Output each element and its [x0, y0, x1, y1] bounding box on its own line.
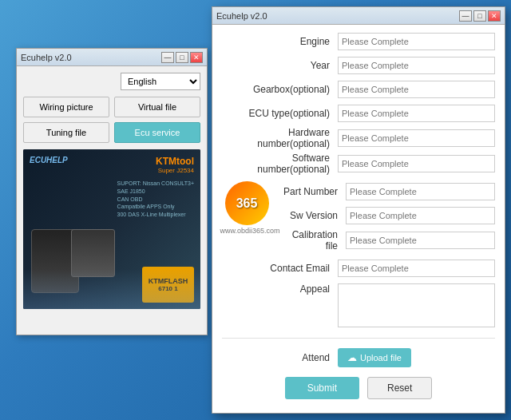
- logo-badge: 365: [225, 181, 269, 225]
- right-fields: Part Number Sw Version Calibration file: [278, 181, 495, 252]
- appeal-textarea[interactable]: [338, 283, 495, 327]
- ecu-type-input[interactable]: [338, 105, 495, 122]
- part-number-label: Part Number: [278, 186, 346, 197]
- main-window-controls: — □ ✕: [459, 10, 501, 22]
- logo-text: 365: [236, 196, 258, 211]
- software-number-input[interactable]: [338, 155, 495, 172]
- form-divider: [222, 338, 495, 339]
- calibration-file-input[interactable]: [346, 232, 495, 249]
- logo-url: www.obdii365.com: [220, 227, 279, 235]
- year-input[interactable]: [338, 57, 495, 74]
- logo-part-number-row: 365 www.obdii365.com Part Number Sw Vers…: [222, 181, 495, 252]
- small-window-controls: — □ ✕: [161, 52, 203, 63]
- image-background: ECUHELP KTMtool Super J2534 SUPORT: Niss…: [23, 149, 200, 309]
- small-window-title: Ecuhelp v2.0: [21, 53, 72, 62]
- main-titlebar: Ecuhelp v2.0 — □ ✕: [212, 7, 505, 25]
- small-titlebar: Ecuhelp v2.0 — □ ✕: [17, 49, 207, 66]
- tuning-file-button[interactable]: Tuning file: [23, 122, 109, 143]
- small-close-btn[interactable]: ✕: [190, 52, 203, 63]
- gearbox-input[interactable]: [338, 81, 495, 98]
- sw-version-label: Sw Version: [278, 210, 346, 221]
- language-select[interactable]: English Chinese: [121, 73, 200, 90]
- main-close-btn[interactable]: ✕: [488, 10, 501, 22]
- info-text: SUPORT: Nissan CONSULT3+ SAE J1850 CAN O…: [117, 180, 194, 219]
- software-number-row: Software number(optional): [222, 153, 495, 175]
- sw-version-row: Sw Version: [278, 205, 495, 226]
- calibration-file-row: Calibration file: [278, 229, 495, 252]
- ktm-logo: KTMtool: [156, 156, 194, 167]
- button-grid: Wiring picture Virtual file Tuning file …: [23, 97, 200, 143]
- car-silhouette: [23, 269, 200, 309]
- logo-container: 365 www.obdii365.com: [222, 181, 278, 235]
- part-number-row: Part Number: [278, 181, 495, 202]
- appeal-label: Appeal: [222, 283, 338, 295]
- language-row: English Chinese: [23, 73, 200, 90]
- product-image: ECUHELP KTMtool Super J2534 SUPORT: Niss…: [23, 149, 200, 309]
- contact-email-input[interactable]: [338, 260, 495, 277]
- year-label: Year: [222, 60, 338, 71]
- upload-button-label: Upload file: [360, 353, 402, 363]
- contact-email-row: Contact Email: [222, 258, 495, 279]
- upload-icon: ☁: [347, 352, 357, 363]
- contact-email-label: Contact Email: [222, 263, 338, 274]
- attend-label: Attend: [222, 352, 338, 363]
- engine-label: Engine: [222, 36, 338, 47]
- ecu-type-label: ECU type(optional): [222, 108, 338, 119]
- small-window-content: English Chinese Wiring picture Virtual f…: [17, 66, 207, 315]
- engine-input[interactable]: [338, 33, 495, 50]
- gearbox-label: Gearbox(optional): [222, 84, 338, 95]
- virtual-file-button[interactable]: Virtual file: [114, 97, 200, 117]
- ecu-type-row: ECU type(optional): [222, 103, 495, 124]
- ecu-service-button[interactable]: Ecu service: [114, 122, 200, 143]
- form-section: Engine Year Gearbox(optional) ECU type(o…: [222, 31, 495, 406]
- ktm-branding: KTMtool Super J2534: [156, 156, 194, 174]
- software-number-label: Software number(optional): [222, 153, 338, 175]
- small-maximize-btn[interactable]: □: [176, 52, 188, 63]
- action-row: Submit Reset: [222, 377, 495, 406]
- main-window: Ecuhelp v2.0 — □ ✕ Engine Year Gearbox(o…: [212, 6, 505, 414]
- hardware-number-label: Hardware number(optional): [222, 127, 338, 149]
- year-row: Year: [222, 55, 495, 76]
- small-minimize-btn[interactable]: —: [161, 52, 174, 63]
- part-number-input[interactable]: [346, 183, 495, 200]
- submit-button[interactable]: Submit: [285, 377, 359, 399]
- hardware-number-input[interactable]: [338, 129, 495, 147]
- small-window: Ecuhelp v2.0 — □ ✕ English Chinese Wirin…: [16, 48, 208, 335]
- appeal-row: Appeal: [222, 283, 495, 331]
- wiring-picture-button[interactable]: Wiring picture: [23, 97, 109, 117]
- ktm-sub: Super J2534: [156, 167, 194, 174]
- engine-row: Engine: [222, 31, 495, 52]
- main-maximize-btn[interactable]: □: [473, 10, 486, 22]
- main-form-content: Engine Year Gearbox(optional) ECU type(o…: [212, 25, 505, 413]
- calibration-file-label: Calibration file: [278, 229, 346, 252]
- hardware-number-row: Hardware number(optional): [222, 127, 495, 149]
- main-window-title: Ecuhelp v2.0: [216, 11, 267, 21]
- attend-row: Attend ☁ Upload file: [222, 348, 495, 367]
- main-minimize-btn[interactable]: —: [459, 10, 472, 22]
- reset-button[interactable]: Reset: [367, 377, 432, 399]
- gearbox-row: Gearbox(optional): [222, 79, 495, 100]
- sw-version-input[interactable]: [346, 207, 495, 224]
- ecu-logo: ECUHELP: [30, 156, 68, 164]
- upload-file-button[interactable]: ☁ Upload file: [338, 348, 411, 367]
